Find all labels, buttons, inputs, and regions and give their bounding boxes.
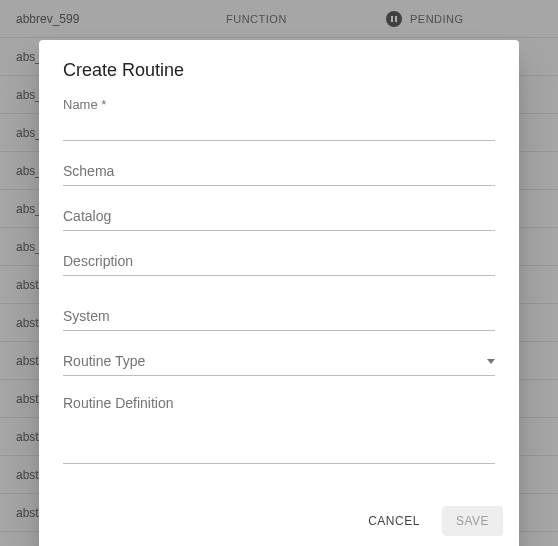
routine-definition-field-container: Routine Definition [63, 394, 495, 464]
schema-field-container [63, 159, 495, 186]
routine-type-select[interactable]: Routine Type [63, 349, 495, 376]
system-input[interactable] [63, 304, 495, 331]
chevron-down-icon [487, 359, 495, 364]
name-input[interactable] [63, 114, 495, 141]
modal-overlay[interactable]: Create Routine Name * Routine Type [0, 0, 558, 546]
routine-type-field-container: Routine Type [63, 349, 495, 376]
description-input[interactable] [63, 249, 495, 276]
name-label: Name * [63, 97, 495, 112]
dialog-title: Create Routine [39, 40, 519, 89]
cancel-button[interactable]: CANCEL [354, 506, 434, 536]
routine-definition-label: Routine Definition [63, 395, 174, 411]
name-field-container: Name * [63, 97, 495, 141]
dialog-content: Name * Routine Type [39, 89, 519, 498]
catalog-input[interactable] [63, 204, 495, 231]
system-field-container [63, 304, 495, 331]
schema-input[interactable] [63, 159, 495, 186]
save-button[interactable]: SAVE [442, 506, 503, 536]
catalog-field-container [63, 204, 495, 231]
routine-definition-input[interactable]: Routine Definition [63, 394, 495, 464]
create-routine-dialog: Create Routine Name * Routine Type [39, 40, 519, 546]
description-field-container [63, 249, 495, 276]
dialog-actions: CANCEL SAVE [39, 498, 519, 546]
routine-type-label: Routine Type [63, 353, 145, 369]
